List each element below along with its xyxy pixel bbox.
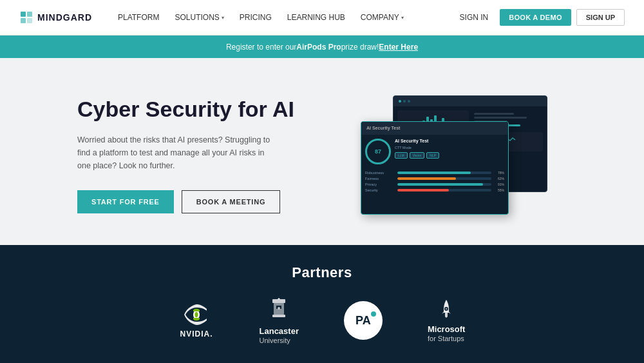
partners-logos: NVIDIA. Lancaster University PA xyxy=(179,297,466,345)
mockup-dot-1 xyxy=(399,100,401,103)
svg-point-11 xyxy=(278,307,280,309)
announcement-highlight: AirPods Pro xyxy=(296,43,341,52)
announcement-bar: Register to enter our AirPods Pro prize … xyxy=(0,35,644,58)
row-bar-bg-1 xyxy=(397,172,491,174)
signup-button[interactable]: SIGN UP xyxy=(576,9,625,26)
mockup-front-title: AI Security Test xyxy=(366,126,400,130)
mockup-tag-3: NLP xyxy=(426,152,439,159)
mockup-front-body: 87 AI Security Test CTT Mode LLM Vision … xyxy=(361,135,508,168)
nav-company[interactable]: COMPANY ▾ xyxy=(354,9,410,26)
mockup-tag-2: Vision xyxy=(410,152,425,159)
row-label-2: Fairness xyxy=(365,177,394,181)
book-demo-button[interactable]: BOOK A DEMO xyxy=(500,9,571,26)
microsoft-name: Microsoft xyxy=(428,324,466,335)
mockup-front-screen: AI Security Test 87 AI Security Test CTT… xyxy=(361,121,509,215)
logo-text: MINDGARD xyxy=(37,12,92,23)
microsoft-sub: for Startups xyxy=(428,335,466,343)
svg-rect-9 xyxy=(272,315,285,317)
mockup-tag-1: LLM xyxy=(395,152,408,159)
hero-buttons: START FOR FREE BOOK A MEETING xyxy=(77,190,303,213)
mockup-score-value: 87 xyxy=(375,148,381,155)
row-val-2: 62% xyxy=(495,177,504,181)
announcement-link[interactable]: Enter Here xyxy=(379,43,418,52)
mockup-panel-subtitle: CTT Mode xyxy=(395,146,504,150)
row-val-3: 91% xyxy=(495,182,504,186)
mockup-panel-title: AI Security Test xyxy=(395,139,504,143)
pa-consulting-logo: PA xyxy=(344,301,383,340)
row-label-4: Security xyxy=(365,188,394,192)
announcement-text2: prize draw! xyxy=(341,43,379,52)
row-bar-fill-4 xyxy=(397,189,449,191)
svg-point-5 xyxy=(194,312,198,317)
book-meeting-button[interactable]: BOOK A MEETING xyxy=(182,190,281,213)
hero-title: Cyber Security for AI xyxy=(77,96,303,123)
microsoft-text: Microsoft for Startups xyxy=(428,324,466,343)
row-bar-fill-3 xyxy=(397,183,483,186)
mockup-front-header: AI Security Test xyxy=(361,122,508,135)
row-bar-fill-1 xyxy=(397,172,471,174)
svg-point-13 xyxy=(446,308,448,310)
mockup-tags: LLM Vision NLP xyxy=(395,152,504,159)
partners-title: Partners xyxy=(292,264,352,281)
nav-learning-hub[interactable]: LEARNING HUB xyxy=(281,9,352,26)
lancaster-text: Lancaster University xyxy=(260,326,299,345)
mockup-line-2 xyxy=(474,117,527,119)
row-bar-bg-2 xyxy=(397,177,491,180)
hero-section: Cyber Security for AI Worried about the … xyxy=(0,58,644,245)
nvidia-text: NVIDIA. xyxy=(180,329,213,338)
mockup-score-circle: 87 xyxy=(365,139,391,164)
mockup-dot-2 xyxy=(403,100,406,103)
row-label-3: Privacy xyxy=(365,182,394,186)
dashboard-mockup: AI Security Test 87 AI Security Test CTT… xyxy=(361,95,547,215)
lancaster-crest-icon xyxy=(269,297,289,321)
row-val-4: 55% xyxy=(495,188,504,192)
mockup-row-1: Robustness 78% xyxy=(365,171,504,175)
nav-platform[interactable]: PLATFORM xyxy=(111,9,166,26)
nav-links: PLATFORM SOLUTIONS ▾ PRICING LEARNING HU… xyxy=(111,9,453,26)
row-bar-fill-2 xyxy=(397,177,456,180)
nvidia-logo: NVIDIA. xyxy=(179,302,214,338)
logo-icon xyxy=(19,10,33,25)
logo[interactable]: MINDGARD xyxy=(19,10,92,25)
nav-actions: SIGN IN BOOK A DEMO SIGN UP xyxy=(453,9,625,26)
partners-section: Partners NVIDIA. xyxy=(0,245,644,363)
svg-rect-3 xyxy=(27,18,32,23)
svg-rect-1 xyxy=(27,12,32,17)
mockup-row-4: Security 55% xyxy=(365,188,504,192)
pa-dot-icon xyxy=(371,311,376,317)
svg-marker-10 xyxy=(278,298,280,299)
hero-content: Cyber Security for AI Worried about the … xyxy=(77,96,303,214)
mockup-row-3: Privacy 91% xyxy=(365,182,504,186)
nav-solutions[interactable]: SOLUTIONS ▾ xyxy=(168,9,230,26)
mockup-dot-3 xyxy=(408,100,410,103)
start-free-button[interactable]: START FOR FREE xyxy=(77,190,174,213)
navbar: MINDGARD PLATFORM SOLUTIONS ▾ PRICING LE… xyxy=(0,0,644,35)
mockup-line-1 xyxy=(474,113,514,115)
mockup-row-2: Fairness 62% xyxy=(365,177,504,181)
pa-text: PA xyxy=(355,314,371,328)
svg-rect-2 xyxy=(21,18,26,23)
row-bar-bg-4 xyxy=(397,189,491,191)
svg-rect-0 xyxy=(21,12,26,17)
hero-image: AI Security Test 87 AI Security Test CTT… xyxy=(341,95,567,215)
mockup-right-panel: AI Security Test CTT Mode LLM Vision NLP xyxy=(395,139,504,164)
mockup-data-rows: Robustness 78% Fairness 62% xyxy=(361,171,508,192)
signin-link[interactable]: SIGN IN xyxy=(453,9,495,26)
row-label-1: Robustness xyxy=(365,171,394,175)
announcement-text: Register to enter our xyxy=(226,43,296,52)
row-val-1: 78% xyxy=(495,171,504,175)
microsoft-rocket-icon xyxy=(439,299,454,319)
lancaster-sub: University xyxy=(260,337,290,345)
nav-pricing[interactable]: PRICING xyxy=(233,9,278,26)
nvidia-eye-icon xyxy=(179,302,214,327)
svg-rect-6 xyxy=(272,299,285,303)
row-bar-bg-3 xyxy=(397,183,491,186)
hero-description: Worried about the risks that AI presents… xyxy=(77,133,277,172)
company-chevron-icon: ▾ xyxy=(401,15,404,21)
microsoft-logo: Microsoft for Startups xyxy=(428,299,466,343)
mockup-back-header xyxy=(393,96,547,106)
lancaster-name: Lancaster xyxy=(260,326,299,337)
solutions-chevron-icon: ▾ xyxy=(222,15,224,21)
lancaster-university-logo: Lancaster University xyxy=(260,297,299,345)
